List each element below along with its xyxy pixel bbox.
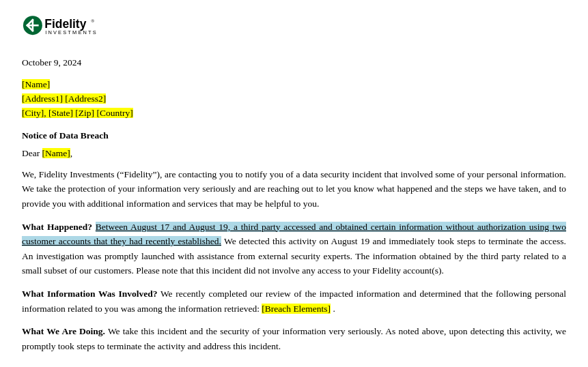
svg-text:®: ® (91, 18, 94, 23)
dear-prefix: Dear (22, 148, 42, 158)
fidelity-logo: Fidelity INVESTMENTS ® (22, 12, 117, 45)
dear-suffix: , (70, 148, 72, 158)
address-block: [Name] [Address1] [Address2] [City], [St… (22, 78, 566, 121)
dear-line: Dear [Name], (22, 148, 566, 159)
svg-text:INVESTMENTS: INVESTMENTS (45, 29, 98, 35)
address-line1-highlight: [Address1] [Address2] (22, 93, 106, 104)
what-happened-paragraph: What Happened? Between August 17 and Aug… (22, 220, 566, 278)
address-line1: [Address1] [Address2] (22, 92, 566, 106)
what-involved-paragraph: What Information Was Involved? We recent… (22, 287, 566, 316)
address-name: [Name] (22, 78, 566, 92)
address-line2-highlight: [City], [State] [Zip] [Country] (22, 108, 133, 118)
what-involved-label: What Information Was Involved? (22, 289, 157, 299)
svg-text:Fidelity: Fidelity (44, 17, 86, 31)
intro-text: We, Fidelity Investments (“Fidelity”), a… (22, 169, 566, 209)
breach-elements-highlight: [Breach Elements] (262, 304, 331, 314)
address-line2: [City], [State] [Zip] [Country] (22, 106, 566, 121)
dear-name: [Name] (42, 148, 70, 158)
what-happened-label: What Happened? (22, 222, 92, 232)
what-doing-paragraph: What We Are Doing. We take this incident… (22, 324, 566, 353)
logo-area: Fidelity INVESTMENTS ® (22, 12, 566, 45)
address-name-highlight: [Name] (22, 79, 50, 89)
what-involved-text-after: . (333, 304, 335, 314)
notice-title: Notice of Data Breach (22, 130, 566, 141)
date-text: October 9, 2024 (22, 57, 81, 68)
date-line: October 9, 2024 (22, 57, 566, 68)
what-doing-label: What We Are Doing. (22, 326, 105, 336)
intro-paragraph: We, Fidelity Investments (“Fidelity”), a… (22, 167, 566, 211)
